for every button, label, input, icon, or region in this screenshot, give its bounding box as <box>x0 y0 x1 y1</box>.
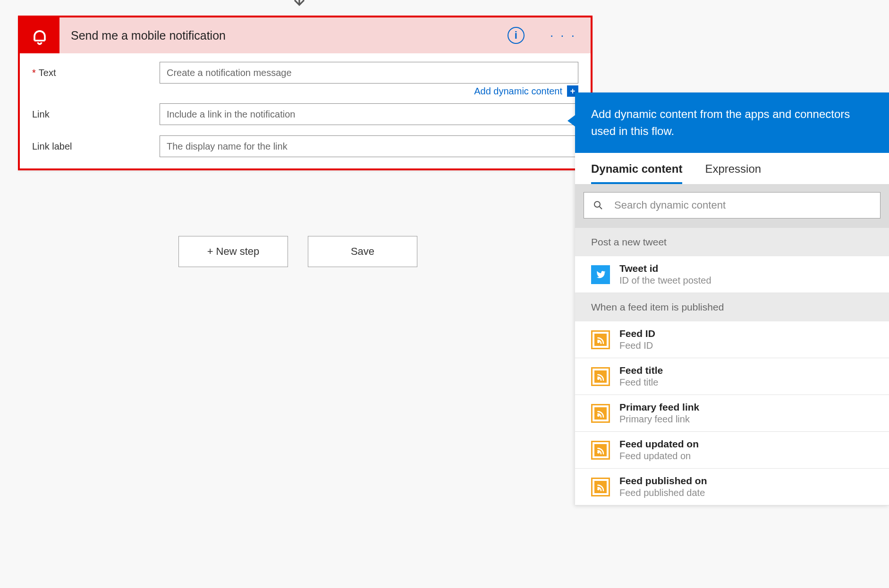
panel-tabs: Dynamic content Expression <box>575 153 889 185</box>
field-link-label-row: Link label <box>32 135 578 157</box>
link-label-input[interactable] <box>160 135 578 157</box>
tab-expression[interactable]: Expression <box>705 162 761 184</box>
field-link: Link <box>32 103 578 125</box>
field-linklabel-label: Link label <box>32 141 160 152</box>
action-card: Send me a mobile notification i · · · *T… <box>18 16 593 170</box>
token-desc: Feed updated on <box>619 451 699 462</box>
search-input[interactable] <box>614 199 872 211</box>
link-input[interactable] <box>160 103 578 125</box>
token-desc: Feed ID <box>619 340 655 351</box>
more-icon[interactable]: · · · <box>539 28 591 43</box>
save-button[interactable]: Save <box>308 236 417 267</box>
text-input[interactable] <box>160 62 578 84</box>
search-box[interactable] <box>584 192 881 218</box>
rss-icon <box>591 478 610 496</box>
token-item[interactable]: Tweet idID of the tweet posted <box>575 256 889 293</box>
tab-dynamic-content[interactable]: Dynamic content <box>591 162 682 184</box>
new-step-button[interactable]: + New step <box>178 236 288 267</box>
panel-intro: Add dynamic content from the apps and co… <box>575 92 889 153</box>
token-desc: Primary feed link <box>619 414 699 425</box>
action-title: Send me a mobile notification <box>59 29 508 42</box>
flow-arrow-icon <box>290 0 309 10</box>
field-text: *Text <box>32 62 578 84</box>
search-icon <box>593 200 604 211</box>
twitter-icon <box>591 265 610 284</box>
token-name: Primary feed link <box>619 402 699 413</box>
token-name: Feed title <box>619 365 663 376</box>
token-desc: Feed published date <box>619 487 707 498</box>
token-item[interactable]: Feed updated onFeed updated on <box>575 432 889 469</box>
field-text-label: *Text <box>32 67 160 78</box>
rss-icon <box>591 404 610 423</box>
info-icon[interactable]: i <box>508 27 525 44</box>
dynamic-content-panel: Add dynamic content from the apps and co… <box>575 92 889 505</box>
required-mark: * <box>32 67 36 78</box>
rss-icon <box>591 367 610 386</box>
token-name: Tweet id <box>619 263 711 274</box>
panel-pointer-icon <box>567 115 575 126</box>
token-item[interactable]: Feed published onFeed published date <box>575 469 889 505</box>
token-desc: Feed title <box>619 377 663 388</box>
token-group-title: When a feed item is published <box>575 293 889 321</box>
rss-icon <box>591 441 610 460</box>
token-item[interactable]: Feed titleFeed title <box>575 358 889 395</box>
token-item[interactable]: Feed IDFeed ID <box>575 321 889 358</box>
svg-point-0 <box>594 202 600 207</box>
action-card-header[interactable]: Send me a mobile notification i · · · <box>20 17 591 53</box>
token-item[interactable]: Primary feed linkPrimary feed link <box>575 395 889 432</box>
add-dynamic-link[interactable]: Add dynamic content <box>474 86 562 97</box>
rss-icon <box>591 330 610 349</box>
bell-icon <box>20 17 59 53</box>
token-desc: ID of the tweet posted <box>619 275 711 286</box>
token-name: Feed updated on <box>619 438 699 450</box>
token-group-title: Post a new tweet <box>575 228 889 256</box>
field-link-label: Link <box>32 109 160 120</box>
token-name: Feed published on <box>619 475 707 487</box>
token-name: Feed ID <box>619 328 655 339</box>
